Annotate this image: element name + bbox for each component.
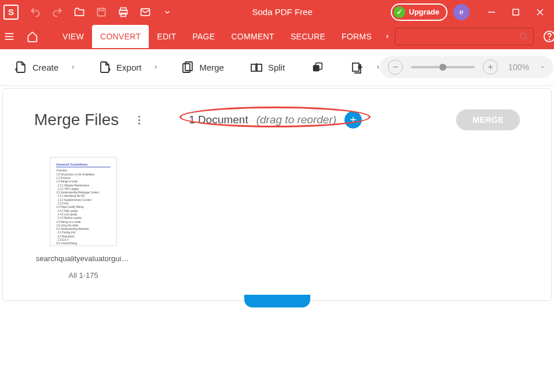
compress-icon <box>310 60 324 74</box>
file-page-range: All 1-175 <box>68 271 98 280</box>
titlebar: S Soda PDF Free ✓ Upgrade e <box>0 0 554 24</box>
titlebar-quick-actions <box>29 6 174 19</box>
search-input[interactable] <box>400 32 519 41</box>
email-icon[interactable] <box>139 6 152 19</box>
batch-icon <box>350 60 364 74</box>
batch-dropdown[interactable] <box>372 63 380 71</box>
window-controls <box>486 6 546 18</box>
minimize-button[interactable] <box>486 6 497 18</box>
tab-view[interactable]: VIEW <box>54 25 92 48</box>
tab-forms[interactable]: FORMS <box>333 25 380 48</box>
user-avatar[interactable]: e <box>453 4 469 20</box>
zoom-out-button[interactable]: − <box>388 60 403 75</box>
merge-panel: Merge Files 1 Document (drag to reorder)… <box>2 88 552 301</box>
svg-rect-0 <box>97 8 105 16</box>
print-icon[interactable] <box>117 6 130 19</box>
file-thumbnail[interactable]: General Guidelines Overview1.0 Introduct… <box>50 157 117 246</box>
zoom-value: 100% <box>506 63 531 72</box>
zoom-in-button[interactable]: + <box>483 60 498 75</box>
create-icon <box>14 60 28 74</box>
tabs-more-icon[interactable] <box>380 32 395 41</box>
create-button[interactable]: Create <box>12 57 61 78</box>
merge-tool-button[interactable]: Merge <box>178 57 226 78</box>
maximize-button[interactable] <box>510 6 522 18</box>
create-dropdown[interactable] <box>67 63 75 71</box>
merge-header: Merge Files 1 Document (drag to reorder)… <box>34 109 520 130</box>
search-box[interactable] <box>395 28 534 45</box>
zoom-slider[interactable] <box>411 66 475 68</box>
export-icon <box>98 60 112 74</box>
undo-icon[interactable] <box>29 6 42 19</box>
home-icon[interactable] <box>27 30 38 43</box>
svg-point-15 <box>549 39 550 40</box>
tab-page[interactable]: PAGE <box>184 25 223 48</box>
merge-icon <box>181 60 195 74</box>
svg-point-12 <box>520 33 526 38</box>
redo-icon[interactable] <box>51 6 64 19</box>
file-name: searchqualityevaluatorguide... <box>36 254 131 263</box>
upgrade-label: Upgrade <box>409 8 439 16</box>
app-logo[interactable]: S <box>3 5 19 20</box>
zoom-dropdown[interactable] <box>540 64 545 70</box>
document-info: 1 Document (drag to reorder) + <box>189 111 362 129</box>
save-icon[interactable] <box>95 6 108 19</box>
svg-rect-6 <box>513 9 519 15</box>
export-dropdown[interactable] <box>149 63 157 71</box>
file-grid: General Guidelines Overview1.0 Introduct… <box>34 157 520 280</box>
tab-edit[interactable]: EDIT <box>149 25 184 48</box>
app-title: Soda PDF Free <box>174 7 391 17</box>
menubar-right <box>395 28 554 45</box>
check-icon: ✓ <box>394 6 405 18</box>
svg-line-13 <box>525 38 527 39</box>
convert-toolbar: Create Export Merge Sp <box>0 49 554 86</box>
upgrade-button[interactable]: ✓ Upgrade <box>391 3 447 21</box>
batch-tool-button[interactable] <box>347 57 366 78</box>
search-icon <box>519 32 529 41</box>
merge-options-menu[interactable] <box>138 116 140 124</box>
close-button[interactable] <box>534 6 546 18</box>
add-document-button[interactable]: + <box>344 111 362 129</box>
zoom-slider-thumb[interactable] <box>439 64 446 71</box>
svg-rect-22 <box>313 65 320 71</box>
menu-hamburger[interactable] <box>3 28 15 45</box>
split-tool-button[interactable]: Split <box>247 57 287 78</box>
document-count: 1 Document <box>189 113 248 126</box>
split-icon <box>250 60 263 74</box>
tab-convert[interactable]: CONVERT <box>92 25 149 48</box>
tab-comment[interactable]: COMMENT <box>223 25 282 48</box>
help-icon[interactable] <box>543 30 554 43</box>
more-dropdown-icon[interactable] <box>161 6 174 19</box>
bottom-action-pill[interactable] <box>244 295 310 307</box>
svg-rect-20 <box>257 64 262 71</box>
open-folder-icon[interactable] <box>73 6 86 19</box>
zoom-controls: − + 100% <box>380 56 553 78</box>
menubar: VIEW CONVERT EDIT PAGE COMMENT SECURE FO… <box>0 24 554 49</box>
reorder-hint: (drag to reorder) <box>256 113 336 126</box>
svg-rect-19 <box>251 64 256 71</box>
merge-title: Merge Files <box>34 111 119 129</box>
export-button[interactable]: Export <box>96 57 144 78</box>
compress-tool-button[interactable] <box>308 57 326 78</box>
tab-secure[interactable]: SECURE <box>282 25 333 48</box>
merge-action-button[interactable]: MERGE <box>456 109 520 130</box>
file-card[interactable]: General Guidelines Overview1.0 Introduct… <box>34 157 133 280</box>
menu-tabs: VIEW CONVERT EDIT PAGE COMMENT SECURE FO… <box>54 25 380 48</box>
